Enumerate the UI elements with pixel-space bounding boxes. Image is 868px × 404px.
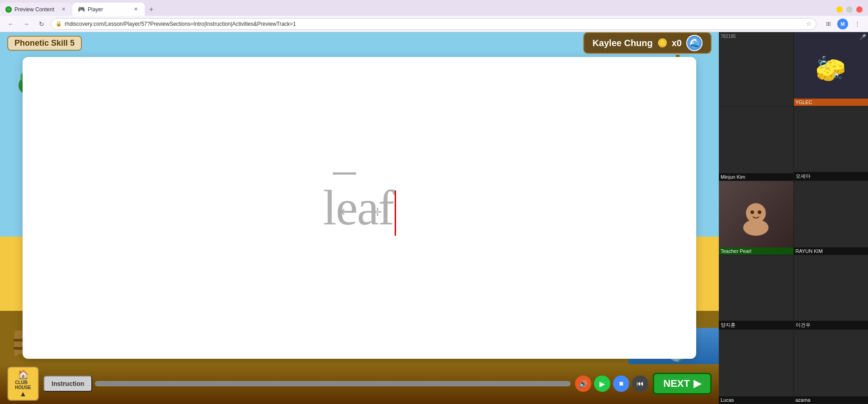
reload-button[interactable]: ↻: [35, 18, 48, 30]
student-badge: Kaylee Chung 🪙 x0 🌊: [583, 32, 712, 54]
instruction-button[interactable]: Instruction: [43, 375, 92, 392]
cell-name-rayun: RAYUN KIM: [794, 247, 868, 255]
security-icon: 🔒: [56, 21, 62, 27]
tab-player-label: Player: [88, 6, 129, 13]
tab-favicon-player: 🎮: [78, 6, 85, 13]
bookmark-icon[interactable]: ☆: [806, 20, 811, 27]
video-cell-osea: 오세아: [794, 106, 868, 180]
tab-close-preview[interactable]: ✕: [60, 6, 67, 13]
browser-frame: Preview Content ✕ 🎮 Player ✕ + − □ ✕: [0, 0, 868, 404]
svg-point-34: [743, 219, 769, 236]
video-sidebar: 782195 🧽 YGLEC 🎤 Minjun Kim 오세아: [719, 32, 868, 404]
club-house-label: CLUBHOUSE: [15, 380, 31, 390]
cell-name-teacher: Teacher Pearl: [719, 247, 793, 255]
url-text: rhdiscovery.com/Lesson/Player/57?Preview…: [65, 21, 803, 27]
club-house-button[interactable]: 🏠 CLUBHOUSE ▲: [7, 366, 39, 401]
coin-icon: 🪙: [657, 38, 667, 48]
forward-button[interactable]: →: [20, 18, 33, 30]
tab-preview-label: Preview Content: [14, 6, 57, 13]
arrow-up-icon: ▲: [19, 390, 27, 398]
bottom-bar: 🏠 CLUBHOUSE ▲ Instruction 🔊 ▶: [0, 363, 719, 404]
speaker-icon: 🔊: [579, 380, 588, 388]
stop-icon: ■: [619, 380, 623, 388]
back-button[interactable]: ←: [5, 18, 17, 30]
svg-point-36: [758, 210, 761, 214]
spongebob-avatar: 🧽: [794, 32, 868, 106]
content-card: leaf ✕ ✛: [23, 57, 696, 359]
student-name: Kaylee Chung: [592, 38, 652, 48]
browser-navbar: ← → ↻ 🔒 rhdiscovery.com/Lesson/Player/57…: [0, 16, 868, 32]
cell-name-ee-gun: 이건우: [794, 321, 868, 329]
tab-preview-content[interactable]: Preview Content ✕: [0, 3, 72, 16]
progress-bar: [95, 381, 571, 386]
coin-count: x0: [672, 38, 682, 48]
minimize-button[interactable]: −: [836, 6, 843, 13]
tab-player[interactable]: 🎮 Player ✕: [72, 3, 145, 16]
phonetic-skill-badge: Phonetic Skill 5: [7, 36, 82, 51]
cell-id-1: 782195: [721, 34, 736, 39]
address-bar[interactable]: 🔒 rhdiscovery.com/Lesson/Player/57?Previ…: [51, 18, 816, 30]
video-cell-lucas: Lucas: [719, 330, 793, 404]
lesson-topbar: Phonetic Skill 5 Kaylee Chung 🪙 x0 🌊: [0, 32, 719, 54]
tab-close-player[interactable]: ✕: [132, 6, 139, 13]
cell-name-osea: 오세아: [794, 172, 868, 181]
close-button[interactable]: ✕: [856, 6, 863, 13]
word-container: leaf ✕ ✛: [323, 179, 396, 237]
mic-icon-yglec: 🎤: [859, 34, 866, 40]
cell-name-minjun: Minjun Kim: [719, 173, 793, 181]
teacher-video-feed: [719, 181, 793, 255]
text-cursor: [395, 190, 396, 236]
rewind-icon: ⏮: [637, 380, 644, 388]
player-area: ⚓ Phonetic Skill 5 Kaylee Chung 🪙 x0 🌊: [0, 32, 719, 404]
video-cell-azama: azama: [794, 330, 868, 404]
tab-favicon-preview: [5, 6, 12, 13]
progress-area: Instruction: [43, 375, 571, 392]
video-cell-1: 782195: [719, 32, 793, 106]
cell-name-yang: 양지훈: [719, 321, 793, 329]
macron-mark: [333, 172, 356, 175]
rewind-button[interactable]: ⏮: [632, 375, 648, 392]
profile-icon[interactable]: M: [837, 19, 848, 29]
extensions-icon[interactable]: ⊞: [822, 18, 835, 30]
nav-extras: ⊞ M ⋮: [822, 18, 863, 30]
window-controls: − □ ✕: [831, 3, 868, 16]
main-content: ⚓ Phonetic Skill 5 Kaylee Chung 🪙 x0 🌊: [0, 32, 868, 404]
video-cell-spongebob: 🧽 YGLEC 🎤: [794, 32, 868, 106]
svg-point-35: [750, 210, 754, 214]
speaker-button[interactable]: 🔊: [575, 375, 591, 392]
media-controls: 🔊 ▶ ■ ⏮: [575, 375, 648, 392]
video-cell-rayun: RAYUN KIM: [794, 181, 868, 255]
next-button[interactable]: NEXT ▶: [653, 373, 712, 394]
cell-name-yglec: YGLEC: [794, 99, 868, 106]
video-cell-ee-gun: 이건우: [794, 255, 868, 329]
cell-name-azama: azama: [794, 396, 868, 404]
browser-titlebar: Preview Content ✕ 🎮 Player ✕ + − □ ✕: [0, 0, 868, 16]
cell-name-lucas: Lucas: [719, 396, 793, 404]
house-icon: 🏠: [18, 369, 29, 380]
video-cell-minjun: Minjun Kim: [719, 106, 793, 180]
video-cell-yang: 양지훈: [719, 255, 793, 329]
new-tab-button[interactable]: +: [145, 3, 158, 16]
play-icon: ▶: [599, 380, 605, 388]
maximize-button[interactable]: □: [846, 6, 853, 13]
cross-marks: ✕ ✛: [337, 206, 382, 219]
student-avatar: 🌊: [686, 35, 703, 51]
play-button[interactable]: ▶: [594, 375, 610, 392]
video-cell-teacher: Teacher Pearl: [719, 181, 793, 255]
stop-button[interactable]: ■: [613, 375, 629, 392]
next-arrow-icon: ▶: [693, 378, 701, 390]
menu-icon[interactable]: ⋮: [851, 18, 863, 30]
